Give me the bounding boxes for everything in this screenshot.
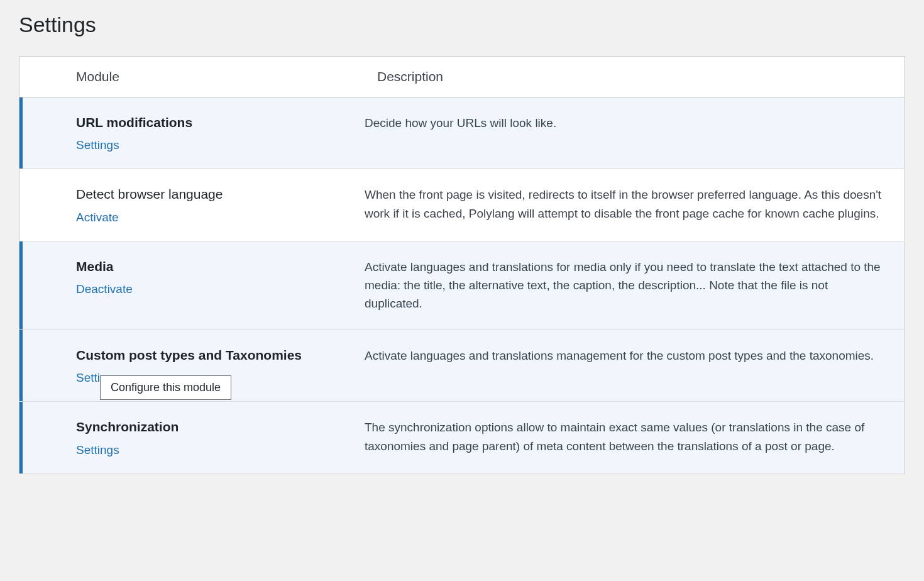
module-row-url-modifications: URL modifications Settings Decide how yo… [19,97,905,169]
settings-page: Settings Module Description URL modifica… [0,0,924,487]
tooltip: Configure this module [100,375,231,400]
module-description: The synchronization options allow to mai… [365,402,905,473]
table-header-row: Module Description [19,57,905,97]
column-header-description: Description [365,57,905,97]
module-title: Detect browser language [76,185,352,202]
cell-module: Synchronization Settings [19,402,365,473]
column-header-module: Module [19,57,365,97]
activate-link[interactable]: Activate [76,211,119,224]
cell-module: Custom post types and Taxonomies Setting… [19,329,365,401]
module-description: Decide how your URLs will look like. [365,97,905,169]
cell-module: Media Deactivate [19,241,365,329]
cell-module: URL modifications Settings [19,97,365,169]
module-description: Activate languages and translations for … [365,241,905,329]
module-title: Synchronization [76,418,352,435]
module-title: Media [76,258,352,275]
active-indicator [19,241,23,329]
modules-table: Module Description URL modifications Set… [19,56,905,474]
active-indicator [19,97,23,169]
module-row-media: Media Deactivate Activate languages and … [19,241,905,329]
module-row-custom-post-types: Custom post types and Taxonomies Setting… [19,329,905,401]
cell-module: Detect browser language Activate [19,169,365,241]
deactivate-link[interactable]: Deactivate [76,282,133,296]
module-row-detect-browser-language: Detect browser language Activate When th… [19,169,905,241]
settings-link[interactable]: Settings [76,138,119,152]
module-title: Custom post types and Taxonomies [76,346,352,363]
module-description: Activate languages and translations mana… [365,329,905,401]
module-description: When the front page is visited, redirect… [365,169,905,241]
page-title: Settings [19,13,905,37]
active-indicator [19,402,23,473]
active-indicator [19,330,23,401]
module-row-synchronization: Synchronization Settings The synchroniza… [19,402,905,473]
module-title: URL modifications [76,114,352,131]
settings-link[interactable]: Settings [76,443,119,457]
